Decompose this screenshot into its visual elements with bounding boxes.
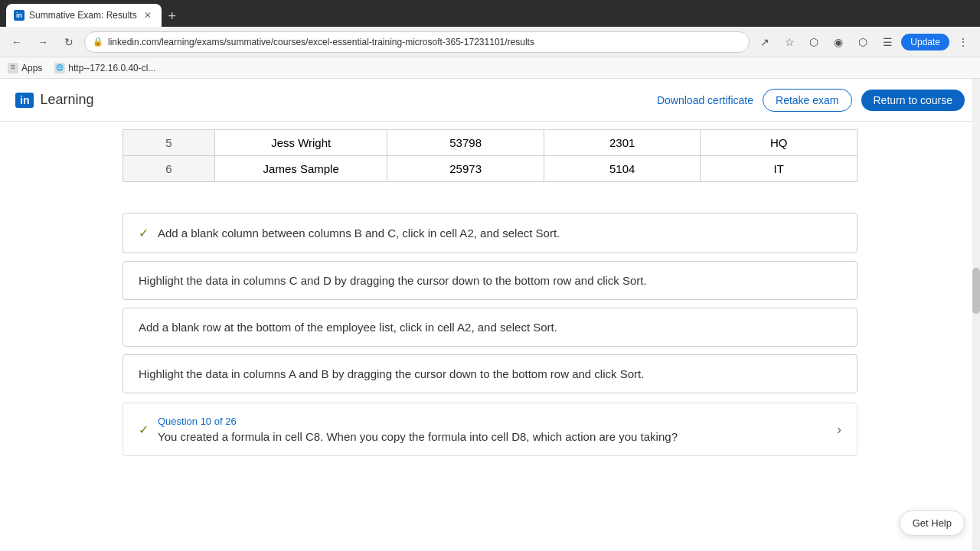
lock-icon: 🔒 [93,37,103,47]
correct-check-icon: ✓ [139,226,149,240]
local-favicon: 🌐 [54,63,65,73]
linkedin-logo: in Learning [15,92,94,108]
browser-toolbar: ← → ↻ 🔒 linkedin.com/learning/exams/summ… [0,27,980,57]
answer-text-3: Add a blank row at the bottom of the emp… [139,321,557,334]
answer-option-1[interactable]: ✓ Add a blank column between columns B a… [122,213,858,253]
scrollbar[interactable] [972,79,980,551]
extension2-icon[interactable]: ⬡ [852,31,874,53]
answer-option-4[interactable]: Highlight the data in columns A and B by… [122,354,858,393]
answer-options: ✓ Add a blank column between columns B a… [122,213,858,393]
toolbar-icons: ↗ ☆ ⬡ ◉ ⬡ ☰ Update ⋮ [754,31,974,53]
profile-icon[interactable]: ◉ [828,31,849,53]
back-button[interactable]: ← [6,31,28,53]
answer-text-1: Add a blank column between columns B and… [158,227,560,240]
apps-label: Apps [21,63,42,73]
browser-tabs: in Summative Exam: Results ✕ + [6,0,183,27]
browser-chrome: in Summative Exam: Results ✕ + [0,0,980,27]
get-help-button[interactable]: Get Help [900,510,965,536]
cell-name-5: Jess Wright [215,130,387,156]
answer-option-3[interactable]: Add a blank row at the bottom of the emp… [122,308,858,347]
tab-close-button[interactable]: ✕ [142,9,154,21]
extension3-icon[interactable]: ☰ [877,31,898,53]
local-label: http--172.16.0.40-cl... [68,63,155,73]
table-row: 6 James Sample 25973 5104 IT [123,156,858,182]
question-text: You created a formula in cell C8. When y… [158,430,828,443]
chevron-right-icon: › [837,422,841,438]
share-icon[interactable]: ↗ [754,31,776,53]
data-table: 5 Jess Wright 53798 2301 HQ 6 James Samp… [122,129,858,182]
linkedin-header: in Learning Download certificate Retake … [0,79,980,122]
retake-exam-button[interactable]: Retake exam [763,89,851,112]
linkedin-in-logo: in [15,93,34,108]
linkedin-learning-text: Learning [40,92,93,108]
return-to-course-button[interactable]: Return to course [861,90,965,111]
menu-icon[interactable]: ⋮ [952,31,974,53]
cell-col2-5: 2301 [544,130,701,156]
answer-text-2: Highlight the data in columns C and D by… [139,274,647,287]
row-number-5: 5 [123,130,215,156]
header-actions: Download certificate Retake exam Return … [657,89,965,112]
bookmarks-bar: ⠿ Apps 🌐 http--172.16.0.40-cl... [0,57,980,79]
extension-icon[interactable]: ⬡ [803,31,825,53]
cell-col2-6: 5104 [544,156,701,182]
tab-favicon: in [14,10,24,21]
bookmark-icon[interactable]: ☆ [779,31,800,53]
local-bookmark[interactable]: 🌐 http--172.16.0.40-cl... [54,63,155,73]
apps-favicon: ⠿ [8,63,18,73]
answer-option-2[interactable]: Highlight the data in columns C and D by… [122,261,858,300]
active-tab[interactable]: in Summative Exam: Results ✕ [6,4,162,27]
table-row: 5 Jess Wright 53798 2301 HQ [123,130,858,156]
url-text: linkedin.com/learning/exams/summative/co… [108,37,534,47]
question-number: Question 10 of 26 [158,416,828,427]
cell-dept-5: HQ [701,130,858,156]
address-bar[interactable]: 🔒 linkedin.com/learning/exams/summative/… [84,31,750,53]
row-number-6: 6 [123,156,215,182]
spreadsheet-container: 5 Jess Wright 53798 2301 HQ 6 James Samp… [77,129,903,197]
download-certificate-button[interactable]: Download certificate [657,94,753,106]
refresh-button[interactable]: ↻ [58,31,80,53]
answer-text-4: Highlight the data in columns A and B by… [139,367,644,380]
scrollbar-thumb[interactable] [972,268,980,314]
cell-col1-5: 53798 [387,130,544,156]
forward-button[interactable]: → [32,31,54,53]
apps-bookmark[interactable]: ⠿ Apps [8,63,42,73]
cell-col1-6: 25973 [387,156,544,182]
question-check-icon: ✓ [139,422,149,437]
update-button[interactable]: Update [901,34,949,51]
question-10-card[interactable]: ✓ Question 10 of 26 You created a formul… [122,403,858,456]
question-info: Question 10 of 26 You created a formula … [158,416,828,443]
page: in Learning Download certificate Retake … [0,79,980,551]
main-content: 5 Jess Wright 53798 2301 HQ 6 James Samp… [0,122,980,551]
new-tab-button[interactable]: + [162,5,183,27]
cell-dept-6: IT [701,156,858,182]
tab-title: Summative Exam: Results [29,10,137,21]
cell-name-6: James Sample [215,156,387,182]
